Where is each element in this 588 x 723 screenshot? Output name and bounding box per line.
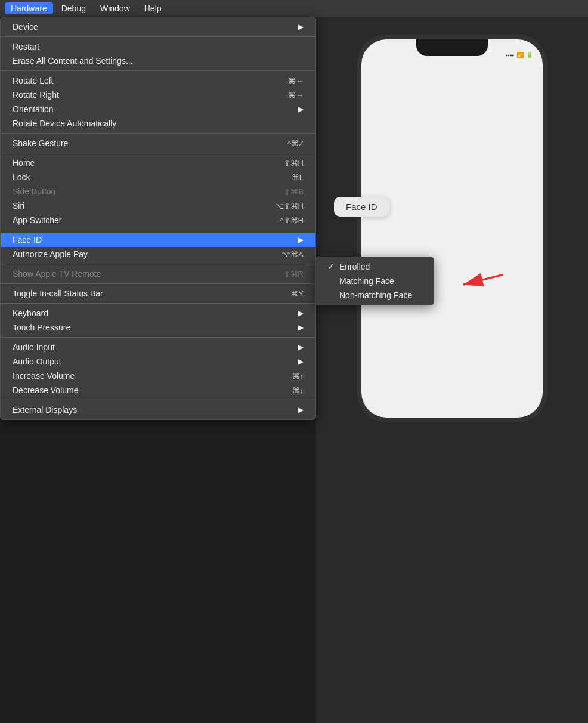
submenu-enrolled[interactable]: ✓ Enrolled xyxy=(315,259,434,274)
wifi-icon: 📶 xyxy=(516,52,524,58)
separator-5 xyxy=(1,230,315,230)
decrease-volume-shortcut: ⌘↓ xyxy=(292,386,304,395)
rotate-left-shortcut: ⌘← xyxy=(288,76,304,85)
menu-item-erase-label: Erase All Content and Settings... xyxy=(13,56,304,66)
app-switcher-label: App Switcher xyxy=(13,215,268,225)
menu-item-increase-volume[interactable]: Increase Volume ⌘↑ xyxy=(1,369,315,383)
iphone-notch xyxy=(416,39,488,56)
svg-line-1 xyxy=(463,275,503,285)
side-button-shortcut: ⇧⌘B xyxy=(284,187,304,196)
menu-item-app-switcher[interactable]: App Switcher ^⇧⌘H xyxy=(1,213,315,227)
menu-hardware[interactable]: Hardware xyxy=(5,2,53,14)
face-id-arrow-icon: ▶ xyxy=(298,236,304,244)
separator-6 xyxy=(1,264,315,264)
menu-item-device[interactable]: Device ▶ xyxy=(1,20,315,34)
separator-2 xyxy=(1,70,315,71)
keyboard-arrow-icon: ▶ xyxy=(298,309,304,317)
menu-item-home[interactable]: Home ⇧⌘H xyxy=(1,156,315,170)
toggle-status-label: Toggle In-call Status Bar xyxy=(13,289,278,298)
face-id-label: Face ID xyxy=(346,202,377,212)
separator-10 xyxy=(1,400,315,400)
decrease-volume-label: Decrease Volume xyxy=(13,385,280,395)
rotate-right-shortcut: ⌘→ xyxy=(288,91,304,100)
non-matching-face-label: Non-matching Face xyxy=(339,291,412,300)
separator-8 xyxy=(1,303,315,304)
iphone-screen: ▪▪▪▪ 📶 🔋 xyxy=(361,39,543,418)
simulator-frame: ▪▪▪▪ 📶 🔋 xyxy=(316,17,588,723)
rotate-right-label: Rotate Right xyxy=(13,90,276,100)
face-id-menu-label: Face ID xyxy=(13,235,292,245)
submenu-matching-face[interactable]: Matching Face xyxy=(315,274,434,288)
menu-item-rotate-left[interactable]: Rotate Left ⌘← xyxy=(1,73,315,88)
menu-item-toggle-status[interactable]: Toggle In-call Status Bar ⌘Y xyxy=(1,286,315,301)
siri-label: Siri xyxy=(13,201,263,211)
shake-label: Shake Gesture xyxy=(13,138,276,148)
menu-item-restart-label: Restart xyxy=(13,42,304,51)
audio-input-arrow-icon: ▶ xyxy=(298,343,304,351)
side-button-label: Side Button xyxy=(13,187,272,196)
submenu-non-matching-face[interactable]: Non-matching Face xyxy=(315,288,434,302)
authorize-pay-label: Authorize Apple Pay xyxy=(13,249,270,259)
menu-item-touch-pressure[interactable]: Touch Pressure ▶ xyxy=(1,320,315,335)
apple-tv-shortcut: ⇧⌘R xyxy=(284,270,304,279)
menu-item-erase[interactable]: Erase All Content and Settings... xyxy=(1,54,315,68)
menu-item-lock[interactable]: Lock ⌘L xyxy=(1,170,315,184)
separator-1 xyxy=(1,36,315,37)
menu-item-face-id[interactable]: Face ID ▶ xyxy=(1,233,315,247)
increase-volume-shortcut: ⌘↑ xyxy=(292,372,304,381)
face-id-popup: Face ID xyxy=(334,197,389,217)
hardware-dropdown-menu: Device ▶ Restart Erase All Content and S… xyxy=(0,17,316,420)
menu-item-side-button: Side Button ⇧⌘B xyxy=(1,184,315,199)
matching-face-label: Matching Face xyxy=(339,276,394,286)
authorize-pay-shortcut: ⌥⌘A xyxy=(281,250,304,259)
separator-3 xyxy=(1,133,315,134)
separator-9 xyxy=(1,337,315,338)
app-switcher-shortcut: ^⇧⌘H xyxy=(280,216,304,225)
menu-item-siri[interactable]: Siri ⌥⇧⌘H xyxy=(1,199,315,213)
menu-window[interactable]: Window xyxy=(94,2,136,14)
menu-item-orientation[interactable]: Orientation ▶ xyxy=(1,102,315,116)
menu-item-device-label: Device xyxy=(13,22,292,32)
keyboard-label: Keyboard xyxy=(13,308,292,318)
audio-output-label: Audio Output xyxy=(13,357,292,366)
menu-item-authorize-pay[interactable]: Authorize Apple Pay ⌥⌘A xyxy=(1,247,315,261)
menu-item-external-displays[interactable]: External Displays ▶ xyxy=(1,403,315,417)
menu-item-shake[interactable]: Shake Gesture ^⌘Z xyxy=(1,136,315,150)
lock-shortcut: ⌘L xyxy=(292,173,304,182)
menu-item-audio-output[interactable]: Audio Output ▶ xyxy=(1,354,315,369)
audio-output-arrow-icon: ▶ xyxy=(298,357,304,366)
orientation-label: Orientation xyxy=(13,104,292,114)
menu-help[interactable]: Help xyxy=(138,2,168,14)
lock-label: Lock xyxy=(13,172,280,182)
menu-item-rotate-auto[interactable]: Rotate Device Automatically xyxy=(1,116,315,131)
face-id-submenu: ✓ Enrolled Matching Face Non-matching Fa… xyxy=(315,257,434,305)
audio-input-label: Audio Input xyxy=(13,342,292,352)
menu-item-restart[interactable]: Restart xyxy=(1,39,315,54)
red-arrow-indicator xyxy=(453,267,513,297)
home-label: Home xyxy=(13,158,272,168)
touch-pressure-arrow-icon: ▶ xyxy=(298,323,304,332)
menu-bar: Hardware Debug Window Help xyxy=(0,0,588,17)
toggle-status-shortcut: ⌘Y xyxy=(290,289,304,298)
menu-item-decrease-volume[interactable]: Decrease Volume ⌘↓ xyxy=(1,383,315,397)
shake-shortcut: ^⌘Z xyxy=(287,139,304,148)
home-shortcut: ⇧⌘H xyxy=(284,159,304,168)
rotate-left-label: Rotate Left xyxy=(13,76,276,85)
menu-item-rotate-right[interactable]: Rotate Right ⌘→ xyxy=(1,88,315,102)
menu-item-audio-input[interactable]: Audio Input ▶ xyxy=(1,340,315,354)
menu-item-keyboard[interactable]: Keyboard ▶ xyxy=(1,306,315,320)
external-displays-arrow-icon: ▶ xyxy=(298,406,304,414)
device-arrow-icon: ▶ xyxy=(298,23,304,31)
external-displays-label: External Displays xyxy=(13,405,292,415)
separator-7 xyxy=(1,283,315,284)
menu-item-apple-tv: Show Apple TV Remote ⇧⌘R xyxy=(1,267,315,281)
touch-pressure-label: Touch Pressure xyxy=(13,323,292,332)
menu-debug[interactable]: Debug xyxy=(55,2,92,14)
iphone-frame: ▪▪▪▪ 📶 🔋 xyxy=(357,35,547,422)
increase-volume-label: Increase Volume xyxy=(13,371,280,381)
signal-icon: ▪▪▪▪ xyxy=(506,52,514,58)
battery-icon: 🔋 xyxy=(526,52,533,58)
enrolled-label: Enrolled xyxy=(339,262,370,271)
orientation-arrow-icon: ▶ xyxy=(298,105,304,113)
enrolled-checkmark: ✓ xyxy=(327,262,337,271)
